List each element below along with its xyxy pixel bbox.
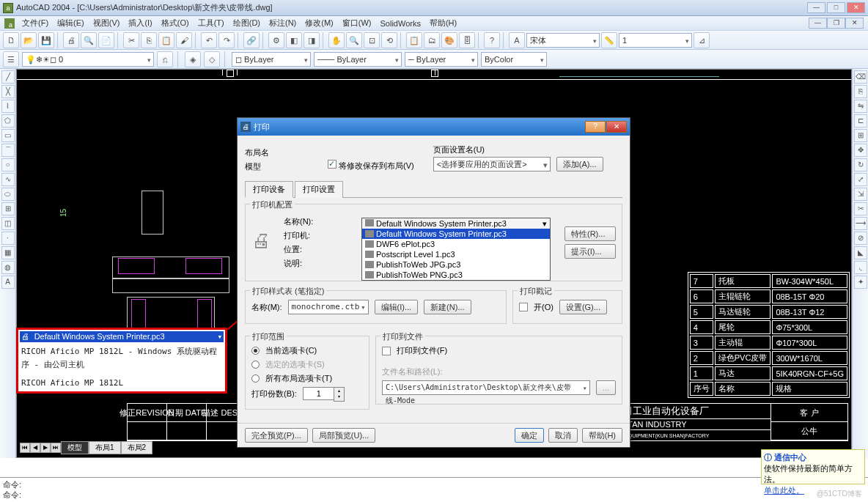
lm2-icon[interactable]: ◇	[204, 51, 220, 67]
mirror-icon[interactable]: ⇋	[854, 100, 867, 113]
num-dropdown[interactable]: 1	[619, 33, 692, 48]
link-icon[interactable]: 🔗	[243, 32, 260, 48]
rotate-icon[interactable]: ↻	[854, 158, 867, 171]
layers-icon[interactable]: ☰	[3, 51, 19, 67]
insert-icon[interactable]: ⊞	[1, 202, 15, 215]
polygon-icon[interactable]: ⬠	[1, 114, 15, 128]
doc-close-button[interactable]: ✕	[845, 18, 864, 29]
menu-window[interactable]: 窗口(W)	[338, 16, 376, 30]
lineweight-dropdown[interactable]: ─ ByLayer	[405, 52, 478, 67]
tab-layout2[interactable]: 布局2	[121, 441, 153, 454]
menu-format[interactable]: 格式(O)	[157, 16, 194, 30]
paste-icon[interactable]: 📋	[158, 32, 174, 48]
menu-edit[interactable]: 编辑(E)	[53, 16, 89, 30]
region-icon[interactable]: ◍	[1, 261, 15, 274]
dc-icon[interactable]: 🗂	[424, 32, 440, 48]
new-icon[interactable]: 🗋	[3, 32, 19, 48]
erase-icon[interactable]: ⌫	[854, 70, 867, 84]
cut-icon[interactable]: ✂	[123, 32, 139, 48]
edit-button[interactable]: 编辑(I)...	[375, 300, 419, 314]
spline-icon[interactable]: ∿	[1, 173, 15, 186]
printer-dd-header[interactable]: Default Windows System Printer.pc3	[362, 218, 550, 229]
notif-link[interactable]: 单击此处。	[764, 486, 804, 495]
xline-icon[interactable]: ╳	[1, 85, 15, 98]
doc-restore-button[interactable]: ❐	[827, 18, 845, 29]
dialog-close-button[interactable]: ✕	[606, 121, 627, 133]
move-icon[interactable]: ✥	[854, 144, 867, 157]
path-dropdown[interactable]: C:\Users\Administrator\Desktop\新文件夹\皮带线-…	[382, 380, 590, 395]
font-dropdown[interactable]: 宋体	[526, 33, 600, 48]
db-icon[interactable]: 🗄	[459, 32, 475, 48]
notification-balloon[interactable]: ⓘ 通信中心 使软件保持最新的简单方法。 单击此处。	[761, 449, 865, 484]
doc-minimize-button[interactable]: —	[809, 18, 827, 29]
browse-button[interactable]: ...	[596, 380, 616, 395]
printer-option-2[interactable]: Postscript Level 1.pc3	[362, 249, 550, 259]
menu-solidworks[interactable]: SolidWorks	[376, 18, 425, 29]
minimize-button[interactable]: —	[807, 2, 825, 13]
stamp-set-button[interactable]: 设置(G)...	[559, 300, 607, 314]
printer-option-4[interactable]: PublishToWeb PNG.pc3	[362, 270, 550, 280]
dlg-help-button[interactable]: 帮助(H)	[582, 428, 622, 443]
lm1-icon[interactable]: ◈	[185, 51, 201, 67]
tab-prev-icon[interactable]: ◀	[30, 443, 40, 453]
cancel-button[interactable]: 取消	[548, 428, 578, 443]
undo-icon[interactable]: ↶	[201, 32, 217, 48]
close-button[interactable]: ✕	[847, 2, 865, 13]
tp-icon[interactable]: 🎨	[441, 32, 457, 48]
dim-icon[interactable]: 📏	[601, 32, 617, 48]
menu-file[interactable]: 文件(F)	[18, 16, 53, 30]
circle-icon[interactable]: ○	[1, 158, 15, 171]
fillet-icon[interactable]: ◟	[854, 261, 867, 274]
explode-icon[interactable]: ✦	[854, 276, 867, 289]
tab-print-settings[interactable]: 打印设置	[295, 181, 343, 198]
ok-button[interactable]: 确定	[515, 428, 544, 443]
redo-icon[interactable]: ↷	[218, 32, 235, 48]
preview-icon[interactable]: 🔍	[81, 32, 97, 48]
style-dropdown[interactable]: monochrome.ctb	[288, 300, 369, 314]
block-icon[interactable]: ◫	[1, 217, 15, 230]
layer-dropdown[interactable]: 💡❄☀◻ 0	[22, 52, 154, 67]
scale-icon[interactable]: ⤢	[854, 173, 867, 186]
props-icon[interactable]: 📋	[406, 32, 422, 48]
hints-button[interactable]: 提示(I)...	[564, 244, 616, 259]
pline-icon[interactable]: ⌇	[1, 100, 15, 113]
tool2-icon[interactable]: ◧	[286, 32, 302, 48]
tab-print-device[interactable]: 打印设备	[245, 181, 293, 198]
page-setup-dropdown[interactable]: <选择要应用的页面设置>	[433, 157, 551, 171]
new-button[interactable]: 新建(N)...	[424, 300, 471, 314]
plotstyle-dropdown[interactable]: ByColor	[481, 52, 547, 67]
zoomwin-icon[interactable]: ⊡	[364, 32, 380, 48]
dialog-titlebar[interactable]: 🖨 打印 ? ✕	[238, 118, 630, 136]
save-layout-checkbox[interactable]	[328, 160, 336, 169]
menu-dim[interactable]: 标注(N)	[265, 16, 301, 30]
break-icon[interactable]: ⊘	[854, 232, 867, 245]
tab-first-icon[interactable]: ⏮	[20, 443, 30, 453]
menu-tools[interactable]: 工具(T)	[194, 16, 229, 30]
menu-modify[interactable]: 修改(M)	[301, 16, 338, 30]
tab-last-icon[interactable]: ⏭	[51, 443, 61, 453]
dialog-help-button[interactable]: ?	[585, 121, 606, 133]
save-icon[interactable]: 💾	[38, 32, 54, 48]
text-icon[interactable]: A	[509, 32, 525, 48]
tool3-icon[interactable]: ◨	[304, 32, 320, 48]
color-dropdown[interactable]: ◻ ByLayer	[232, 52, 311, 67]
maximize-button[interactable]: □	[827, 2, 845, 13]
point-icon[interactable]: ·	[1, 232, 15, 245]
array-icon[interactable]: ⊞	[854, 129, 867, 142]
callout-selected[interactable]: 🖨 Default Windows System Printer.pc3	[20, 331, 224, 342]
arc-icon[interactable]: ⌒	[1, 144, 15, 157]
full-preview-button[interactable]: 完全预览(P)...	[245, 428, 308, 443]
publish-icon[interactable]: 📄	[98, 32, 114, 48]
printer-option-1[interactable]: DWF6 ePlot.pc3	[362, 239, 550, 249]
add-button[interactable]: 添加(A)...	[556, 157, 603, 171]
extend-icon[interactable]: ⟶	[854, 217, 867, 230]
tab-next-icon[interactable]: ▶	[40, 443, 51, 453]
printer-option-3[interactable]: PublishToWeb JPG.pc3	[362, 259, 550, 270]
zoom-icon[interactable]: 🔍	[346, 32, 362, 48]
rect-icon[interactable]: ▭	[1, 129, 15, 142]
chamfer-icon[interactable]: ◣	[854, 246, 867, 259]
copy2-icon[interactable]: ⎘	[854, 85, 867, 98]
dim2-icon[interactable]: ⊿	[694, 32, 710, 48]
tool1-icon[interactable]: ⚙	[268, 32, 284, 48]
partial-preview-button[interactable]: 局部预览(U)...	[312, 428, 375, 443]
